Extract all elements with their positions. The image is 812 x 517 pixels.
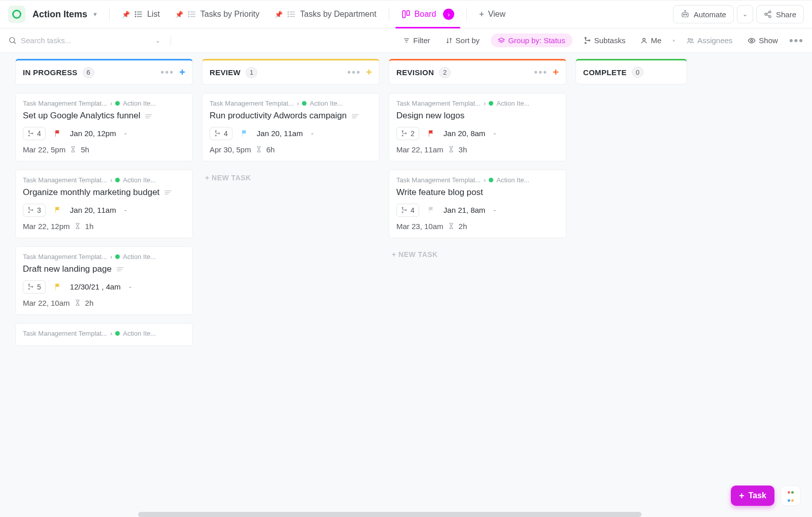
subtask-count[interactable]: 3 xyxy=(23,204,46,217)
priority-flag[interactable] xyxy=(54,283,62,291)
chevron-right-badge[interactable]: › xyxy=(443,9,454,20)
task-card[interactable]: Task Management Templat... › Action Ite.… xyxy=(15,323,193,346)
task-title[interactable]: Run productivity Adwords campaign xyxy=(210,110,372,122)
add-card-button[interactable]: + xyxy=(366,67,372,78)
board: IN PROGRESS 6 ••• + Task Management Temp… xyxy=(0,59,812,354)
chevron-down-icon[interactable]: ⌄ xyxy=(155,37,160,44)
crumb-list: Action Ite... xyxy=(496,100,529,107)
column-header[interactable]: IN PROGRESS 6 ••• + xyxy=(15,59,193,85)
branch-icon xyxy=(27,283,34,290)
chevron-right-icon: › xyxy=(484,176,486,184)
breadcrumb[interactable]: Task Management Templat... › Action Ite.… xyxy=(23,253,185,261)
group-by-pill[interactable]: Group by: Status xyxy=(491,34,572,47)
view-board[interactable]: Board › xyxy=(395,4,461,24)
page-title[interactable]: Action Items xyxy=(32,9,87,20)
breadcrumb[interactable]: Task Management Templat... › Action Ite.… xyxy=(23,176,185,184)
card-meta-row: 4 Jan 20, 11am - xyxy=(210,127,372,140)
board-scroll[interactable]: IN PROGRESS 6 ••• + Task Management Temp… xyxy=(0,53,812,517)
search-wrap[interactable]: ⌄ xyxy=(8,36,160,45)
add-card-button[interactable]: + xyxy=(179,67,185,78)
column-header[interactable]: REVIEW 1 ••• + xyxy=(202,59,380,85)
apps-fab[interactable] xyxy=(781,486,801,506)
time-estimate[interactable]: 6h xyxy=(266,145,275,154)
automate-dropdown[interactable]: ⌄ xyxy=(737,5,753,23)
task-title[interactable]: Set up Google Analytics funnel xyxy=(23,110,185,122)
automate-button[interactable]: Automate xyxy=(673,5,734,23)
due-date[interactable]: Apr 30, 5pm xyxy=(210,145,251,154)
new-task-button[interactable]: + NEW TASK xyxy=(202,170,380,186)
subtask-count[interactable]: 4 xyxy=(396,204,419,217)
priority-flag[interactable] xyxy=(54,130,62,138)
subtask-count[interactable]: 4 xyxy=(210,127,232,140)
subtask-count[interactable]: 2 xyxy=(396,127,419,140)
task-title[interactable]: Write feature blog post xyxy=(396,187,559,199)
add-view[interactable]: + View xyxy=(473,4,512,24)
time-estimate[interactable]: 1h xyxy=(85,222,94,231)
priority-flag[interactable] xyxy=(54,206,62,214)
priority-flag[interactable] xyxy=(427,130,435,138)
view-list[interactable]: 📌 List xyxy=(116,4,166,24)
time-estimate[interactable]: 5h xyxy=(81,145,89,154)
new-task-button[interactable]: + NEW TASK xyxy=(389,246,566,263)
breadcrumb[interactable]: Task Management Templat... › Action Ite.… xyxy=(396,100,559,107)
priority-flag[interactable] xyxy=(427,206,435,214)
start-date[interactable]: Jan 20, 8am xyxy=(444,129,486,138)
breadcrumb[interactable]: Task Management Templat... › Action Ite.… xyxy=(396,176,559,184)
subtask-count[interactable]: 4 xyxy=(23,127,46,140)
separator xyxy=(389,8,389,21)
start-date[interactable]: Jan 20, 11am xyxy=(70,206,116,214)
view-tasks-priority[interactable]: 📌 Tasks by Priority xyxy=(169,4,265,24)
share-button[interactable]: Share xyxy=(756,5,804,23)
pin-icon: 📌 xyxy=(275,11,283,18)
chevron-down-icon[interactable]: ▼ xyxy=(92,11,98,17)
due-date[interactable]: Mar 22, 12pm xyxy=(23,222,70,231)
due-date[interactable]: Mar 22, 5pm xyxy=(23,145,65,154)
subtask-count[interactable]: 5 xyxy=(23,280,46,294)
task-card[interactable]: Task Management Templat... › Action Ite.… xyxy=(389,170,566,238)
description-icon xyxy=(164,189,172,196)
task-card[interactable]: Task Management Templat... › Action Ite.… xyxy=(15,170,193,238)
horizontal-scrollbar[interactable] xyxy=(138,512,641,517)
task-title[interactable]: Organize monthly marketing budget xyxy=(23,187,185,199)
due-date[interactable]: Mar 22, 11am xyxy=(396,145,444,154)
task-card[interactable]: Task Management Templat... › Action Ite.… xyxy=(389,93,566,161)
priority-flag[interactable] xyxy=(241,130,249,138)
assignees-button[interactable]: Assignees xyxy=(682,34,736,47)
breadcrumb[interactable]: Task Management Templat... › Action Ite.… xyxy=(210,100,372,107)
apps-icon xyxy=(787,488,794,504)
start-date[interactable]: Jan 20, 11am xyxy=(257,129,303,138)
column-header[interactable]: REVISION 2 ••• + xyxy=(389,59,566,85)
start-date[interactable]: Jan 20, 12pm xyxy=(70,129,116,138)
start-date[interactable]: Jan 21, 8am xyxy=(444,206,486,214)
column-menu[interactable]: ••• xyxy=(347,67,361,78)
task-title[interactable]: Draft new landing page xyxy=(23,264,185,275)
add-card-button[interactable]: + xyxy=(553,67,559,78)
sort-button[interactable]: Sort by xyxy=(442,34,484,47)
breadcrumb[interactable]: Task Management Templat... › Action Ite.… xyxy=(23,100,185,107)
task-title[interactable]: Design new logos xyxy=(396,110,559,122)
breadcrumb[interactable]: Task Management Templat... › Action Ite.… xyxy=(23,330,185,337)
more-options[interactable]: ••• xyxy=(789,34,804,47)
time-estimate[interactable]: 3h xyxy=(459,145,467,154)
new-task-fab[interactable]: + Task xyxy=(731,486,774,506)
me-button[interactable]: Me xyxy=(636,34,665,47)
time-estimate[interactable]: 2h xyxy=(85,299,94,307)
search-input[interactable] xyxy=(21,36,122,45)
start-date[interactable]: 12/30/21 , 4am xyxy=(70,282,121,291)
task-card[interactable]: Task Management Templat... › Action Ite.… xyxy=(15,246,193,315)
svg-point-59 xyxy=(28,288,29,289)
view-tasks-department[interactable]: 📌 Tasks by Department xyxy=(268,4,382,24)
task-card[interactable]: Task Management Templat... › Action Ite.… xyxy=(202,93,380,161)
column-menu[interactable]: ••• xyxy=(534,67,548,78)
column-menu[interactable]: ••• xyxy=(160,67,174,78)
column-header[interactable]: COMPLETE 0 xyxy=(576,59,687,84)
filter-button[interactable]: Filter xyxy=(399,34,434,47)
time-estimate[interactable]: 2h xyxy=(459,222,467,231)
due-date[interactable]: Mar 23, 10am xyxy=(396,222,444,231)
stack-icon xyxy=(498,37,505,44)
due-date[interactable]: Mar 22, 10am xyxy=(23,299,70,307)
task-card[interactable]: Task Management Templat... › Action Ite.… xyxy=(15,93,193,161)
subtasks-button[interactable]: Subtasks xyxy=(580,34,630,47)
plus-icon: + xyxy=(479,10,484,19)
show-button[interactable]: Show xyxy=(743,34,782,47)
